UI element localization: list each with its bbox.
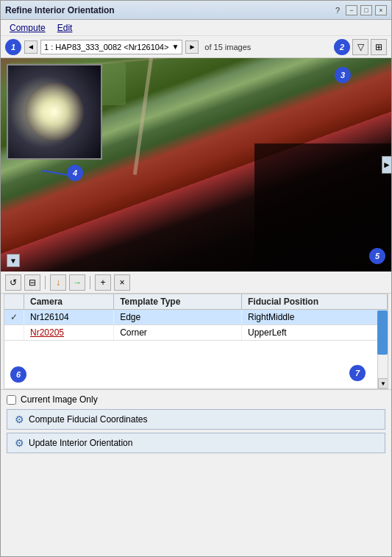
row2-camera: Nr20205 <box>24 325 114 341</box>
table-scrollbar[interactable]: ▲ ▼ <box>377 311 388 389</box>
thumbnail-panel <box>7 64 102 160</box>
filter-btn[interactable]: ▽ <box>352 39 368 55</box>
table-icon: ⊟ <box>29 277 36 288</box>
help-btn[interactable]: ? <box>335 6 340 15</box>
filter-icon: ▽ <box>357 42 364 52</box>
toolbar-separator-2 <box>90 276 90 289</box>
data-table-container: Camera Template Type Fiducial Position ✓… <box>4 294 388 389</box>
current-image-only-row: Current Image Only <box>7 394 385 405</box>
toolbar-separator <box>45 276 46 289</box>
bottom-panel: Current Image Only ⚙ Compute Fiducial Co… <box>1 389 391 461</box>
menu-bar: Compute Edit <box>1 20 391 36</box>
row2-position: UpperLeft <box>241 325 387 341</box>
row1-check: ✓ <box>4 310 24 325</box>
refresh-btn[interactable]: ↺ <box>5 274 21 291</box>
col-camera[interactable]: Camera <box>24 294 114 310</box>
image-display-area: ▼ 3 4 5 ► <box>1 58 391 272</box>
add-icon: + <box>100 277 105 288</box>
right-arrow-icon: → <box>73 277 82 288</box>
grid-icon: ⊞ <box>375 42 382 52</box>
current-image-only-label: Current Image Only <box>21 394 98 405</box>
col-check[interactable] <box>4 294 24 310</box>
thumbnail-scroll-btn[interactable]: ▼ <box>7 254 20 267</box>
update-orientation-label: Update Interior Orientation <box>29 438 132 448</box>
table-row[interactable]: ✓ Nr126104 Edge RightMiddle <box>4 310 388 325</box>
menu-edit[interactable]: Edit <box>51 21 79 35</box>
row2-check <box>4 325 24 341</box>
annotation-7: 7 <box>349 365 366 381</box>
grid-btn[interactable]: ⊞ <box>371 39 387 55</box>
thumbnail-image <box>8 65 101 158</box>
compute-fiducial-btn[interactable]: ⚙ Compute Fiducial Coordinates <box>7 409 385 430</box>
refresh-icon: ↺ <box>10 277 17 288</box>
image-selector[interactable]: 1 : HAP83_333_0082 <Nr126104> ▼ <box>40 40 182 54</box>
image-selector-text: 1 : HAP83_333_0082 <Nr126104> <box>44 43 168 52</box>
toolbar-right-icons: 2 ▽ ⊞ <box>334 39 387 55</box>
update-icon: ⚙ <box>15 437 24 449</box>
move-down-btn[interactable]: ↓ <box>50 274 66 291</box>
fiducial-glow <box>25 82 84 141</box>
title-bar: Refine Interior Orientation ? − □ × <box>1 1 391 20</box>
row1-position: RightMiddle <box>241 310 387 325</box>
close-btn[interactable]: × <box>375 5 387 15</box>
fiducial-table: Camera Template Type Fiducial Position ✓… <box>4 294 388 341</box>
table-row[interactable]: Nr20205 Corner UpperLeft <box>4 325 388 341</box>
main-window: Refine Interior Orientation ? − □ × Comp… <box>0 0 392 557</box>
col-fiducial-pos[interactable]: Fiducial Position <box>241 294 387 310</box>
row2-template: Corner <box>114 325 242 341</box>
add-btn[interactable]: + <box>95 274 111 291</box>
current-image-only-checkbox[interactable] <box>7 395 16 405</box>
move-right-btn[interactable]: → <box>69 274 85 291</box>
window-title: Refine Interior Orientation <box>5 5 115 15</box>
next-image-btn[interactable]: ► <box>185 40 199 54</box>
window-controls: ? − □ × <box>335 5 387 15</box>
scroll-down-btn[interactable]: ▼ <box>378 378 388 389</box>
minimize-btn[interactable]: − <box>346 5 357 15</box>
delete-btn[interactable]: × <box>114 274 130 291</box>
annotation-2: 2 <box>334 39 350 55</box>
maximize-btn[interactable]: □ <box>360 5 372 15</box>
update-orientation-btn[interactable]: ⚙ Update Interior Orientation <box>7 433 385 453</box>
action-toolbar: ↺ ⊟ ↓ → + × <box>1 272 391 294</box>
compute-fiducial-label: Compute Fiducial Coordinates <box>29 414 147 425</box>
row1-template: Edge <box>114 310 242 325</box>
table-view-btn[interactable]: ⊟ <box>24 274 40 291</box>
image-count-text: of 15 images <box>204 43 251 52</box>
annotation-1: 1 <box>5 39 21 55</box>
scrollbar-thumb[interactable] <box>377 311 388 355</box>
annotation-6: 6 <box>10 366 26 383</box>
prev-image-btn[interactable]: ◄ <box>24 40 38 54</box>
compute-icon: ⚙ <box>15 414 24 425</box>
col-template-type[interactable]: Template Type <box>114 294 242 310</box>
image-navigation-toolbar: 1 ◄ 1 : HAP83_333_0082 <Nr126104> ▼ ► of… <box>1 36 391 58</box>
delete-icon: × <box>119 277 124 288</box>
side-expand-btn[interactable]: ► <box>382 156 391 174</box>
menu-compute[interactable]: Compute <box>4 21 51 35</box>
down-arrow-icon: ↓ <box>56 277 60 288</box>
row1-camera: Nr126104 <box>24 310 114 325</box>
